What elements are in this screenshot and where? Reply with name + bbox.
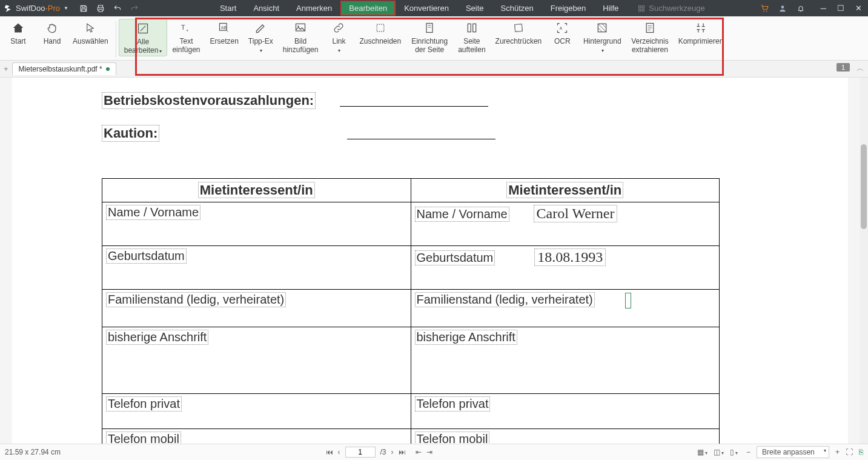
tab-modified-indicator <box>106 67 110 71</box>
cell-dob-2[interactable]: Geburtsdatum18.08.1993 <box>411 246 720 290</box>
hand-icon <box>46 22 58 34</box>
save-icon[interactable] <box>79 4 88 13</box>
tool-hand[interactable]: Hand <box>36 19 68 45</box>
tool-tipp-ex[interactable]: Tipp-Ex▾ <box>244 19 278 55</box>
redo-icon[interactable] <box>130 4 139 13</box>
tool-replace[interactable]: AB Ersetzen <box>205 19 243 45</box>
document-tabbar: + Mieterselbstauskunft.pdf * 1 ︿ <box>0 61 868 78</box>
cell-marital-2[interactable]: Familienstand (ledig, verheiratet) <box>411 290 720 327</box>
statusbar: 21.59 x 27.94 cm ⏮ ‹ /3 › ⏭ ⇤ ⇥ ▦▾ ◫▾ ▯▾… <box>0 444 868 460</box>
vertical-scrollbar[interactable] <box>860 78 868 444</box>
view-mode-3-icon[interactable]: ▯▾ <box>730 448 738 456</box>
reading-mode-button[interactable]: ⎘ <box>859 448 863 456</box>
tool-compress[interactable]: Komprimieren <box>674 19 729 45</box>
ribbon-toolbar: Start Hand Auswählen Alle bearbeiten▾ T+… <box>0 16 868 61</box>
cell-address-2[interactable]: bisherige Anschrift <box>411 327 720 394</box>
tab-filename: Mieterselbstauskunft.pdf * <box>19 65 102 73</box>
table-header-1[interactable]: Mietinteressent/in <box>102 179 411 202</box>
prev-page-button[interactable]: ‹ <box>338 448 340 456</box>
view-mode-2-icon[interactable]: ◫▾ <box>714 448 724 456</box>
page-number-input[interactable] <box>345 447 376 458</box>
new-tab-button[interactable]: + <box>0 64 12 73</box>
zoom-select[interactable]: Breite anpassen▾ <box>757 446 829 458</box>
svg-rect-11 <box>426 24 432 33</box>
tool-insert-text[interactable]: T+ Text einfügen <box>167 19 205 54</box>
tool-add-image[interactable]: Bild hinzufügen <box>278 19 323 54</box>
field-line[interactable] <box>347 139 495 139</box>
cell-address-1[interactable]: bisherige Anschrift <box>102 327 411 394</box>
cart-icon[interactable] <box>760 4 769 13</box>
first-page-button[interactable]: ⏮ <box>326 448 333 456</box>
collapse-ribbon-button[interactable]: ︿ <box>856 63 864 74</box>
menu-ansicht[interactable]: Ansicht <box>245 1 288 16</box>
field-line[interactable] <box>340 106 488 107</box>
tool-page-setup[interactable]: Einrichtung der Seite <box>406 19 453 54</box>
table-header-2[interactable]: Mietinteressent/in <box>411 179 720 202</box>
cell-name-1[interactable]: Name / Vorname <box>102 202 411 246</box>
user-icon[interactable] <box>778 4 787 13</box>
cell-phone-priv-2[interactable]: Telefon privat <box>411 394 720 429</box>
app-brand[interactable]: SwifDoo-Pro ▼ <box>0 4 73 13</box>
fullscreen-button[interactable]: ⛶ <box>846 448 853 456</box>
label-kaution[interactable]: Kaution: <box>102 125 159 142</box>
menu-anmerken[interactable]: Anmerken <box>288 1 340 16</box>
next-page-button[interactable]: › <box>391 448 394 456</box>
search-tools[interactable]: Suchwerkzeuge <box>633 2 710 14</box>
scrollbar-thumb[interactable] <box>861 144 867 229</box>
svg-rect-10 <box>377 24 384 32</box>
zoom-out-button[interactable]: − <box>746 448 750 456</box>
close-button[interactable]: ✕ <box>855 4 862 13</box>
tool-select[interactable]: Auswählen <box>68 19 113 45</box>
menu-freigeben[interactable]: Freigeben <box>542 1 595 16</box>
edit-box-icon <box>137 22 149 35</box>
tool-deskew[interactable]: Zurechtrücken <box>491 19 547 45</box>
grid-icon <box>638 5 645 12</box>
print-icon[interactable] <box>96 4 105 13</box>
cell-dob-1[interactable]: Geburtsdatum <box>102 246 411 290</box>
last-page-button[interactable]: ⏭ <box>399 448 406 456</box>
menu-hilfe[interactable]: Hilfe <box>594 1 627 16</box>
menu-konvertieren[interactable]: Konvertieren <box>396 1 457 16</box>
next-view-button[interactable]: ⇥ <box>426 448 432 456</box>
tool-ocr[interactable]: A OCR <box>546 19 578 45</box>
menu-bearbeiten[interactable]: Bearbeiten <box>340 1 396 16</box>
document-tab[interactable]: Mieterselbstauskunft.pdf * <box>12 62 116 75</box>
replace-icon: AB <box>218 22 230 34</box>
cell-phone-mob-1[interactable]: Telefon mobil <box>102 429 411 444</box>
menu-schuetzen[interactable]: Schützen <box>492 1 542 16</box>
svg-rect-13 <box>473 24 476 32</box>
tool-split-page[interactable]: Seite aufteilen <box>453 19 490 54</box>
cell-phone-mob-2[interactable]: Telefon mobil <box>411 429 720 444</box>
view-mode-1-icon[interactable]: ▦▾ <box>697 448 707 456</box>
zoom-in-button[interactable]: + <box>835 448 840 456</box>
document-viewport[interactable]: Betriebskostenvorauszahlungen: Kaution: … <box>0 78 868 444</box>
maximize-button[interactable]: ☐ <box>837 4 844 13</box>
cell-name-2[interactable]: Name / VornameCarol Werner <box>411 202 720 246</box>
cell-phone-priv-1[interactable]: Telefon privat <box>102 394 411 429</box>
menu-start[interactable]: Start <box>211 1 245 16</box>
tool-link[interactable]: Link▾ <box>323 19 354 55</box>
menu-seite[interactable]: Seite <box>457 1 492 16</box>
tool-background[interactable]: Hintergrund▾ <box>578 19 626 55</box>
svg-point-0 <box>763 10 764 12</box>
tool-start[interactable]: Start <box>0 19 36 45</box>
text-cursor[interactable] <box>625 293 631 308</box>
value-dob-2: 18.08.1993 <box>534 248 606 266</box>
svg-text:A: A <box>560 26 563 30</box>
app-name: SwifDoo-Pro <box>16 4 60 13</box>
prev-view-button[interactable]: ⇤ <box>416 448 422 456</box>
svg-point-1 <box>766 10 767 12</box>
toc-icon <box>644 22 656 34</box>
minimize-button[interactable]: ─ <box>821 4 826 13</box>
bell-icon[interactable] <box>797 4 805 13</box>
tool-extract-toc[interactable]: Verzeichnis extrahieren <box>626 19 673 54</box>
tool-crop[interactable]: Zuschneiden <box>354 19 406 45</box>
tool-edit-all[interactable]: Alle bearbeiten▾ <box>119 19 168 56</box>
page-setup-icon <box>423 22 436 34</box>
label-betriebskosten[interactable]: Betriebskostenvorauszahlungen: <box>102 92 316 109</box>
cell-marital-1[interactable]: Familienstand (ledig, verheiratet) <box>102 290 411 327</box>
brand-caret-icon[interactable]: ▼ <box>64 5 68 11</box>
pdf-page[interactable]: Betriebskostenvorauszahlungen: Kaution: … <box>12 78 848 444</box>
background-icon <box>596 22 608 34</box>
undo-icon[interactable] <box>113 4 122 13</box>
